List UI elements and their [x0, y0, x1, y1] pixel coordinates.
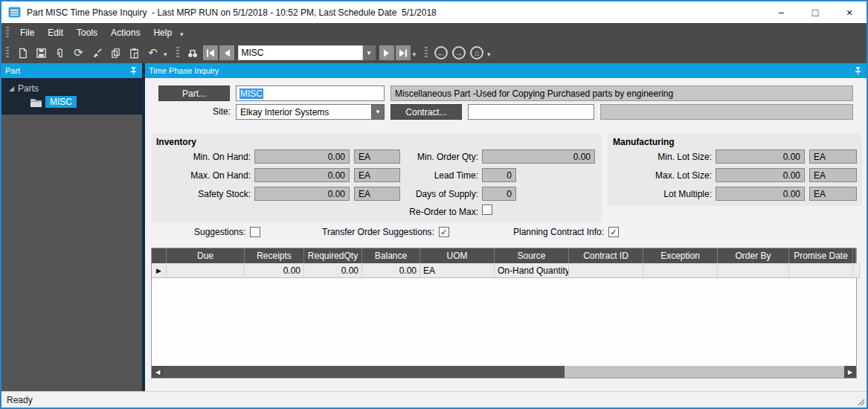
previous-record-button[interactable]: [219, 45, 234, 60]
first-record-button[interactable]: [203, 45, 218, 60]
toolbar: ⟳ ↶ ▾: [1, 42, 867, 63]
navigate-back-button[interactable]: ←: [434, 46, 448, 59]
menu-grip[interactable]: [6, 27, 9, 39]
toolbar-grip[interactable]: [6, 47, 9, 59]
col-uom[interactable]: UOM: [420, 248, 495, 263]
contract-input[interactable]: [468, 104, 594, 120]
tree-expander-icon[interactable]: ◢: [9, 85, 18, 92]
toolbar-overflow-chevron-2[interactable]: ▾: [411, 48, 421, 58]
find-button[interactable]: [184, 44, 202, 62]
site-combo-value[interactable]: Elkay Interior Systems: [236, 104, 371, 120]
menu-overflow-chevron[interactable]: ▾: [179, 28, 188, 38]
tree-selected-label[interactable]: MISC: [45, 96, 77, 108]
paperclip-icon: [54, 48, 65, 59]
reorder-to-max-checkbox[interactable]: ✓: [482, 204, 492, 215]
row-selector-icon[interactable]: ▶: [152, 263, 167, 278]
part-input-value: MISC: [239, 88, 263, 99]
col-due[interactable]: Due: [167, 248, 245, 263]
close-button[interactable]: ×: [832, 1, 867, 23]
tree-node-misc[interactable]: MISC: [1, 95, 142, 109]
menu-file[interactable]: File: [13, 23, 41, 42]
menu-help[interactable]: Help: [147, 23, 179, 42]
site-combo[interactable]: Elkay Interior Systems ▼: [236, 104, 385, 120]
menu-actions[interactable]: Actions: [104, 23, 147, 42]
max-on-hand-label: Max. On Hand:: [152, 170, 251, 181]
min-order-qty-field: 0.00: [482, 149, 595, 164]
scroll-left-button[interactable]: ◀: [152, 366, 164, 378]
cell-due[interactable]: [167, 263, 245, 278]
home-button[interactable]: ⌂: [470, 46, 483, 59]
pin-icon[interactable]: [129, 66, 138, 76]
clear-button[interactable]: [88, 44, 106, 62]
col-receipts[interactable]: Receipts: [245, 248, 304, 263]
cell-receipts[interactable]: 0.00: [245, 263, 304, 278]
record-combo-value[interactable]: MISC: [238, 45, 363, 60]
col-balance[interactable]: Balance: [362, 248, 420, 263]
save-icon: [36, 48, 47, 59]
max-lot-size-uom: EA: [809, 168, 857, 182]
minimize-button[interactable]: −: [764, 1, 798, 23]
save-button[interactable]: [32, 44, 51, 62]
planning-contract-info-checkbox[interactable]: ✓: [608, 227, 619, 237]
col-contract-id[interactable]: Contract ID: [569, 248, 643, 263]
contract-button[interactable]: Contract...: [390, 104, 462, 120]
attach-button[interactable]: [51, 44, 69, 62]
min-on-hand-label: Min. On Hand:: [152, 152, 251, 162]
record-combo[interactable]: MISC ▼: [238, 45, 376, 60]
maximize-button[interactable]: □: [798, 1, 832, 23]
paste-icon: [129, 48, 140, 59]
lot-multiple-label: Lot Multiple:: [608, 189, 712, 199]
min-lot-size-label: Min. Lot Size:: [608, 152, 712, 162]
cell-source[interactable]: On-Hand Quantity: [495, 263, 569, 278]
copy-button[interactable]: [106, 44, 125, 62]
scroll-right-button[interactable]: ▶: [844, 366, 856, 378]
new-button[interactable]: [13, 44, 32, 62]
next-record-button[interactable]: [379, 45, 394, 60]
grid-corner: [152, 248, 167, 263]
site-combo-dropdown[interactable]: ▼: [371, 104, 385, 120]
cell-order-by[interactable]: [718, 263, 789, 278]
toolbar-overflow-chevron-1[interactable]: ▾: [162, 48, 172, 58]
refresh-button[interactable]: ⟳: [69, 44, 88, 62]
col-exception[interactable]: Exception: [643, 248, 718, 263]
cell-uom[interactable]: EA: [420, 263, 495, 278]
cell-balance[interactable]: 0.00: [362, 263, 420, 278]
app-icon: [8, 6, 21, 19]
col-source[interactable]: Source: [495, 248, 569, 263]
grid-row[interactable]: ▶ 0.00 0.00 0.00 EA On-Hand Quantity: [152, 263, 856, 278]
max-lot-size-field: 0.00: [716, 168, 805, 182]
inquiry-pin-icon[interactable]: [853, 66, 863, 76]
record-combo-dropdown[interactable]: ▼: [363, 45, 376, 60]
tree-root-label[interactable]: Parts: [18, 83, 39, 94]
last-record-button[interactable]: [396, 45, 411, 60]
scrollbar-track[interactable]: [565, 366, 844, 378]
cell-exception[interactable]: [643, 263, 718, 278]
min-order-qty-label: Min. Order Qty:: [329, 152, 478, 162]
col-order-by[interactable]: Order By: [718, 248, 789, 263]
transfer-order-suggestions-checkbox[interactable]: ✓: [439, 227, 449, 237]
menu-edit[interactable]: Edit: [41, 23, 70, 42]
paste-button[interactable]: [125, 44, 144, 62]
undo-button[interactable]: ↶: [144, 44, 162, 62]
col-promise-date[interactable]: Promise Date: [789, 248, 853, 263]
cell-requiredqty[interactable]: 0.00: [304, 263, 362, 278]
scrollbar-thumb[interactable]: [164, 366, 565, 378]
cell-filler: [853, 263, 860, 278]
time-phase-grid: Due Receipts RequiredQty Balance UOM Sou…: [151, 248, 857, 379]
toolbar-grip-3[interactable]: [425, 47, 428, 59]
part-button[interactable]: Part...: [158, 86, 230, 101]
manufacturing-section: Manufacturing Min. Lot Size: 0.00 EA Max…: [608, 133, 862, 206]
menu-tools[interactable]: Tools: [70, 23, 104, 42]
inquiry-body: Part... MISC Miscellaneous Part -Used fo…: [145, 78, 867, 391]
cell-promise-date[interactable]: [789, 263, 853, 278]
toolbar-grip-2[interactable]: [176, 47, 179, 59]
transfer-order-suggestions-label: Transfer Order Suggestions:: [322, 227, 434, 237]
tree-node-parts[interactable]: ◢ Parts: [1, 82, 142, 95]
suggestions-checkbox[interactable]: ✓: [250, 227, 260, 237]
col-requiredqty[interactable]: RequiredQty: [304, 248, 362, 263]
navigate-forward-button[interactable]: →: [452, 46, 466, 59]
resize-grip[interactable]: [855, 396, 865, 406]
cell-contract-id[interactable]: [569, 263, 643, 278]
toolbar-overflow-chevron-3[interactable]: ▾: [486, 48, 495, 58]
part-input[interactable]: MISC: [236, 86, 385, 101]
